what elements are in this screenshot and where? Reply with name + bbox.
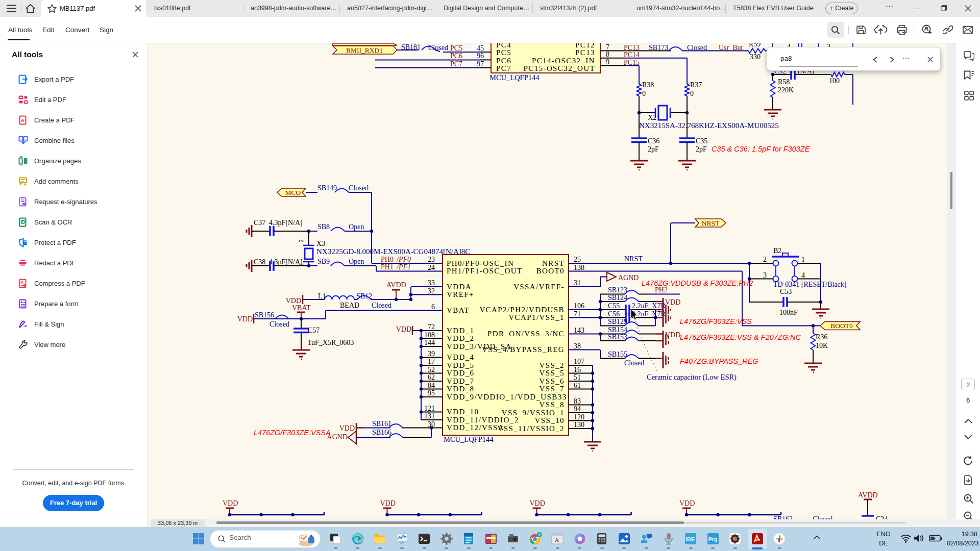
svg-text:VDD_6: VDD_6 [447, 369, 475, 377]
svg-text:106: 106 [574, 302, 584, 310]
svg-text:PC13: PC13 [575, 48, 595, 57]
svg-text:PC7: PC7 [496, 64, 511, 72]
svg-text:108: 108 [424, 331, 435, 339]
svg-text:VSS_10: VSS_10 [535, 416, 565, 424]
svg-text:/PF1: /PF1 [396, 263, 411, 271]
svg-text:PC15: PC15 [624, 59, 640, 66]
svg-text:VSS_2: VSS_2 [539, 361, 565, 369]
svg-text:Closed: Closed [813, 515, 832, 519]
svg-text:220K: 220K [778, 86, 794, 94]
svg-text:R59: R59 [749, 43, 761, 48]
svg-text:X2: X2 [648, 114, 656, 121]
svg-text:VDD: VDD [286, 297, 301, 305]
svg-text:SB9: SB9 [317, 258, 330, 265]
svg-text:AGND: AGND [618, 274, 639, 282]
svg-text:SB162: SB162 [773, 515, 793, 519]
svg-text:Closed: Closed [372, 302, 391, 309]
svg-text:VCAP2/PH2/VDDUSB: VCAP2/PH2/VDDUSB [479, 306, 565, 314]
svg-text:VDD: VDD [396, 325, 411, 333]
svg-text:1: 1 [801, 256, 805, 263]
svg-text:SB149: SB149 [317, 184, 337, 192]
svg-text:VDD: VDD [665, 298, 680, 306]
svg-text:SB154: SB154 [608, 326, 627, 334]
svg-text:X3: X3 [316, 240, 325, 247]
svg-text:NRST: NRST [542, 259, 565, 267]
svg-text:330: 330 [750, 53, 761, 61]
svg-text:23: 23 [428, 256, 435, 263]
svg-text:MCU_LQFP144: MCU_LQFP144 [444, 435, 494, 443]
svg-text:VSS_6: VSS_6 [539, 377, 565, 385]
svg-text:PH1: PH1 [381, 263, 394, 271]
svg-text:L476ZG/F303ZE:VSS: L476ZG/F303ZE:VSS [680, 317, 752, 325]
svg-text:VDD: VDD [530, 499, 545, 507]
svg-text:6: 6 [431, 303, 435, 311]
svg-text:PC14-OSC32_IN: PC14-OSC32_IN [532, 57, 595, 65]
svg-text:A: A [555, 537, 559, 543]
svg-text:Open: Open [349, 223, 364, 231]
svg-text:95: 95 [428, 389, 435, 397]
svg-text:83: 83 [574, 397, 581, 405]
svg-text:SB153: SB153 [608, 333, 627, 341]
svg-text:Closed: Closed [428, 44, 448, 52]
svg-text:Closed: Closed [624, 359, 644, 367]
svg-text:52: 52 [428, 366, 435, 373]
svg-text:62: 62 [428, 373, 435, 381]
svg-text:SB155: SB155 [608, 350, 627, 358]
svg-text:VDD: VDD [339, 424, 355, 432]
svg-text:C57: C57 [308, 327, 320, 334]
svg-text:VDD_4: VDD_4 [447, 353, 475, 361]
svg-text:97: 97 [477, 60, 484, 68]
svg-text:VSS_9/VSSIO_1: VSS_9/VSSIO_1 [502, 409, 565, 417]
svg-text:VDD: VDD [223, 499, 238, 507]
svg-text:VCAP1/VSS_1: VCAP1/VSS_1 [508, 313, 565, 321]
svg-text:25: 25 [574, 256, 581, 263]
svg-text:130: 130 [574, 421, 584, 429]
svg-text:SB129: SB129 [608, 318, 627, 325]
svg-text:84: 84 [428, 382, 435, 389]
svg-text:7: 7 [606, 43, 609, 51]
svg-text:VSS_5: VSS_5 [539, 369, 565, 377]
svg-text:PH0/PF0-OSC_IN: PH0/PF0-OSC_IN [447, 259, 514, 267]
svg-text:NRST: NRST [702, 219, 720, 227]
svg-text:61: 61 [574, 382, 581, 389]
svg-text:BEAD: BEAD [340, 302, 359, 309]
svg-text:Prg: Prg [708, 536, 717, 542]
svg-text:2pF: 2pF [648, 145, 659, 153]
svg-text:138: 138 [574, 264, 584, 271]
svg-text:1uF_X5R_0603: 1uF_X5R_0603 [308, 339, 354, 346]
svg-text:PC14: PC14 [624, 51, 640, 59]
svg-text:R58: R58 [778, 78, 790, 86]
svg-text:Closed: Closed [687, 44, 707, 52]
svg-text:R36: R36 [816, 333, 827, 341]
svg-text:C56: C56 [608, 310, 620, 318]
svg-text:NX3215SA-32.768KHZ-EXS00A-MU00: NX3215SA-32.768KHZ-EXS00A-MU00525 [639, 121, 779, 130]
svg-text:4: 4 [801, 271, 805, 279]
svg-text:0: 0 [642, 90, 646, 97]
svg-text:SB181: SB181 [401, 43, 421, 51]
svg-text:4.3pF[N/A]_: 4.3pF[N/A]_ [269, 258, 307, 266]
svg-text:VDD: VDD [665, 331, 680, 339]
svg-text:VDD_11/VDDIO_2: VDD_11/VDDIO_2 [447, 416, 519, 424]
svg-text:SB156: SB156 [255, 311, 274, 319]
svg-text:39: 39 [428, 350, 435, 358]
svg-text:VDD_2: VDD_2 [447, 334, 475, 342]
svg-text:VDD: VDD [380, 499, 396, 507]
svg-text:Ceramic capacitor (Low ESR): Ceramic capacitor (Low ESR) [647, 373, 737, 382]
svg-text:SB173: SB173 [649, 44, 668, 52]
svg-text:TD-0341 [RESET/Black]: TD-0341 [RESET/Black] [773, 281, 846, 288]
svg-text:C35: C35 [696, 137, 707, 145]
svg-text:0: 0 [690, 90, 694, 97]
svg-text:107: 107 [574, 358, 584, 365]
svg-text:VSS_7: VSS_7 [539, 385, 565, 393]
svg-text:R38: R38 [642, 81, 654, 89]
svg-text:VSS_11/VSSIO_2: VSS_11/VSSIO_2 [497, 424, 565, 433]
svg-text:PH1/PF1-OSC_OUT: PH1/PF1-OSC_OUT [447, 267, 523, 275]
svg-text:2: 2 [298, 239, 305, 242]
svg-text:VDD_7: VDD_7 [447, 377, 475, 385]
svg-text:VSSA/VREF-: VSSA/VREF- [513, 283, 565, 291]
svg-text:VBAT: VBAT [447, 306, 470, 314]
svg-text:VDD: VDD [237, 315, 253, 323]
svg-text:Closed: Closed [349, 184, 369, 192]
svg-text:51: 51 [574, 373, 581, 381]
svg-text:C55: C55 [608, 302, 620, 310]
